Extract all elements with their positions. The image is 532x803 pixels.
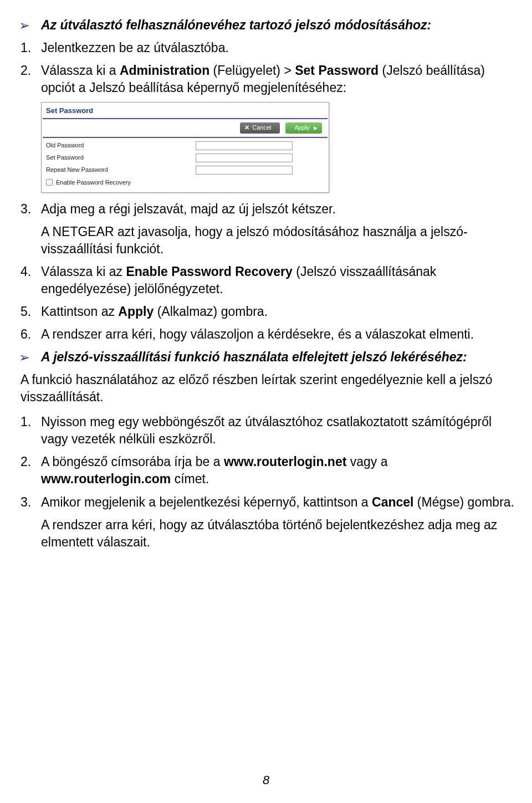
list-number: 1. [21, 413, 41, 448]
form-row: Old Password [46, 140, 324, 152]
paragraph: A funkció használatához az előző részben… [21, 371, 521, 406]
section-heading-text: A jelszó-visszaállítási funkció használa… [41, 349, 521, 366]
repeat-password-input[interactable] [196, 166, 293, 175]
list-text: Válassza ki az Enable Password Recovery … [41, 263, 521, 298]
set-password-input[interactable] [196, 154, 293, 162]
section-heading: ➢ A jelszó-visszaállítási funkció haszná… [19, 349, 521, 366]
list-subtext: A rendszer arra kéri, hogy az útválasztó… [41, 516, 521, 551]
list-item: 4. Válassza ki az Enable Password Recove… [19, 263, 521, 298]
list-text: A rendszer arra kéri, hogy válaszoljon a… [41, 326, 521, 343]
list-number: 2. [21, 62, 41, 96]
list-text: Jelentkezzen be az útválasztóba. [41, 39, 521, 57]
close-icon: ✕ [244, 124, 249, 132]
list-item: 5. Kattintson az Apply (Alkalmaz) gombra… [19, 303, 521, 320]
list-number: 2. [21, 453, 41, 488]
checkbox-row: Enable Password Recovery [46, 178, 324, 187]
checkbox-label: Enable Password Recovery [56, 178, 131, 187]
list-text: A böngésző címsorába írja be a www.route… [41, 453, 521, 488]
page-number: 8 [0, 772, 532, 789]
list-subtext: A NETGEAR azt javasolja, hogy a jelszó m… [41, 223, 521, 258]
chevron-right-icon: ▶ [314, 125, 318, 131]
list-text: Válassza ki a Administration (Felügyelet… [41, 62, 521, 96]
field-label: Repeat New Password [46, 166, 196, 174]
form-row: Repeat New Password [46, 164, 324, 176]
list-text: Kattintson az Apply (Alkalmaz) gombra. [41, 303, 521, 320]
list-text: Amikor megjelenik a bejelentkezési képer… [41, 494, 521, 551]
list-item: 1. Nyisson meg egy webböngészőt az útvál… [19, 413, 521, 448]
apply-button[interactable]: Apply ▶ [285, 122, 322, 134]
list-text: Nyisson meg egy webböngészőt az útválasz… [41, 413, 521, 448]
list-item: 1. Jelentkezzen be az útválasztóba. [19, 39, 521, 57]
button-row: ✕ Cancel Apply ▶ [42, 119, 329, 137]
form-row: Set Password [46, 152, 324, 164]
list-number: 4. [21, 263, 41, 298]
field-label: Old Password [46, 141, 196, 150]
list-number: 3. [21, 494, 41, 551]
section-heading: ➢ Az útválasztó felhasználónevéhez tarto… [19, 17, 521, 34]
chevron-right-icon: ➢ [19, 349, 41, 366]
list-number: 5. [21, 303, 41, 320]
enable-recovery-checkbox[interactable] [46, 179, 53, 186]
list-number: 6. [21, 326, 41, 343]
cancel-button[interactable]: ✕ Cancel [240, 122, 280, 134]
section-heading-text: Az útválasztó felhasználónevéhez tartozó… [41, 17, 521, 34]
field-label: Set Password [46, 154, 196, 162]
list-item: 6. A rendszer arra kéri, hogy válaszoljo… [19, 326, 521, 343]
list-text: Adja meg a régi jelszavát, majd az új je… [41, 201, 521, 258]
list-number: 3. [21, 201, 41, 258]
list-item: 3. Adja meg a régi jelszavát, majd az új… [19, 201, 521, 258]
chevron-right-icon: ➢ [19, 17, 41, 34]
list-number: 1. [21, 39, 41, 57]
set-password-screenshot: Set Password ✕ Cancel Apply ▶ Old Passwo… [41, 102, 329, 192]
list-item: 3. Amikor megjelenik a bejelentkezési ké… [19, 494, 521, 551]
form-body: Old Password Set Password Repeat New Pas… [42, 138, 329, 192]
panel-title: Set Password [42, 103, 329, 118]
list-item: 2. Válassza ki a Administration (Felügye… [19, 62, 521, 96]
list-item: 2. A böngésző címsorába írja be a www.ro… [19, 453, 521, 488]
old-password-input[interactable] [196, 141, 293, 150]
